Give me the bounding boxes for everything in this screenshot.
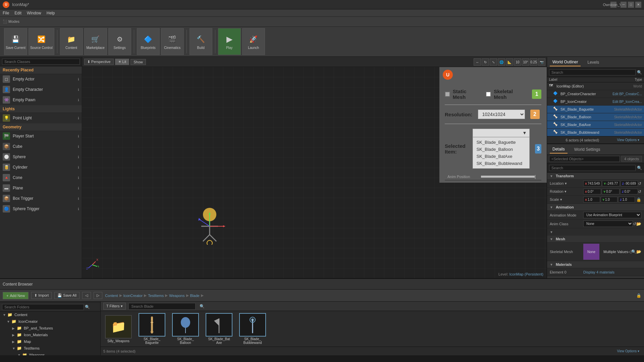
outliner-view-options[interactable]: View Options ▾ (615, 137, 641, 142)
outliner-search-input[interactable] (549, 69, 636, 75)
placed-item-cone[interactable]: 🔺 Cone ℹ (0, 173, 82, 183)
cb-view-options[interactable]: View Options ▾ (615, 349, 641, 354)
location-x[interactable]: X743.549 (583, 181, 601, 186)
folder-iconcreator[interactable]: ▼ 📁 IconCreator (0, 318, 100, 325)
mesh-section-header[interactable]: ▼ Mesh (547, 236, 644, 243)
launch-button[interactable]: 🚀 Launch (242, 28, 265, 55)
folder-map[interactable]: ▶ 📁 Map (0, 338, 100, 345)
anim-class-select[interactable]: None (583, 221, 633, 227)
asset-search-input[interactable] (128, 303, 196, 310)
rotation-reset-icon[interactable]: ↺ (638, 189, 641, 194)
placed-item-empty-character[interactable]: 👤 Empty Character ℹ (0, 84, 82, 95)
rotation-y[interactable]: Y0.0° (602, 189, 620, 194)
outliner-item-skblade-balloon[interactable]: 🦴 SK_Blade_Balloon SkeletalMeshActor (547, 113, 644, 121)
play-button[interactable]: ▶ Play (218, 28, 241, 55)
location-reset-icon[interactable]: ↺ (638, 181, 641, 186)
placed-item-box-trigger[interactable]: 📦 Box Trigger ℹ (0, 193, 82, 204)
asset-sk-blade-bataxe[interactable]: SK_Blade_BatAxe (204, 313, 234, 345)
resolution-select[interactable]: 1024x1024 (478, 110, 525, 119)
placed-item-plane[interactable]: ▬ Plane ℹ (0, 183, 82, 193)
breadcrumb-testitems[interactable]: TestItems (148, 294, 164, 298)
outliner-item-skblade-baguette[interactable]: 🦴 SK_Blade_Baguette SkeletalMeshActor (547, 106, 644, 113)
transform-section-header[interactable]: ▼ Transform (547, 173, 644, 180)
vp-world-icon[interactable]: 🌐 (498, 58, 505, 66)
details-search-input[interactable] (549, 165, 636, 171)
dropdown-item-baguette[interactable]: SK_Blade_Baguette (473, 139, 529, 146)
anim-class-reset[interactable]: ↺ (633, 222, 636, 226)
blueprints-button[interactable]: 🔷 Blueprints (137, 28, 160, 55)
anim-class-browse[interactable]: 📂 (636, 222, 641, 226)
close-button[interactable]: ✕ (635, 2, 641, 8)
breadcrumb-iconcreator[interactable]: IconCreator (123, 294, 143, 298)
asset-sk-blade-balloon[interactable]: SK_Blade_Balloon (170, 313, 201, 345)
viewport[interactable]: ⬇ Perspective ☀ Lit Show ↔ ↻ ⤡ 🌐 📐 10 10… (82, 57, 547, 278)
recently-placed-label[interactable]: Recently Placed (0, 66, 82, 74)
cb-lock-button[interactable]: 🔒 (636, 293, 641, 298)
mesh-back-icon[interactable]: ◁ (628, 249, 631, 254)
perspective-button[interactable]: ⬇ Perspective (84, 59, 114, 65)
menu-help[interactable]: Help (47, 11, 55, 15)
save-current-button[interactable]: 💾 Save Current (4, 28, 27, 55)
scale-lock-icon[interactable]: 🔒 (636, 197, 641, 202)
skeletal-mesh-checkbox[interactable] (486, 92, 491, 97)
vp-scale-icon[interactable]: ⤡ (490, 58, 497, 66)
folder-icon-materials[interactable]: ▶ 📁 Icon_Materials (0, 331, 100, 338)
placed-item-cube[interactable]: 📦 Cube ℹ (0, 141, 82, 152)
show-button[interactable]: Show (130, 59, 146, 65)
vp-camera-icon[interactable]: 📷 (538, 58, 545, 66)
search-folders-input[interactable] (2, 304, 84, 310)
placed-item-empty-actor[interactable]: ◻ Empty Actor ℹ (0, 74, 82, 84)
scale-x[interactable]: X1.0 (583, 197, 600, 202)
menu-window[interactable]: Window (27, 11, 41, 15)
materials-section-header[interactable]: ▼ Materials (547, 261, 644, 268)
category-geometry[interactable]: Geometry (0, 123, 82, 131)
level-link[interactable]: IconMap (Persistent) (509, 272, 543, 276)
placed-item-player-start[interactable]: 🏁 Player Start ℹ (0, 131, 82, 141)
location-y[interactable]: Y-249.77 (602, 181, 620, 186)
anim-section-expand[interactable]: ▼ (547, 228, 644, 236)
anim-position-slider[interactable] (481, 176, 535, 178)
anim-mode-select[interactable]: Use Animation Blueprint (583, 212, 641, 218)
vp-scale-snap-icon[interactable]: 0.25 (530, 58, 537, 66)
bpcreatorchar-link[interactable]: Edit BP_CreatorC... (612, 92, 642, 96)
folder-weapons[interactable]: ▼ 📁 Weapons (0, 352, 100, 355)
location-z[interactable]: Z-90.689 (621, 181, 638, 186)
vp-translate-icon[interactable]: ↔ (474, 58, 481, 66)
menu-file[interactable]: File (3, 11, 9, 15)
mesh-search-icon[interactable]: 🔍 (631, 249, 636, 254)
selected-objects-input[interactable] (549, 156, 620, 162)
asset-folder-silly-weapons[interactable]: 📁 Silly_Weapons (103, 315, 133, 343)
dropdown-item-balloon[interactable]: SK_Blade_Balloon (473, 146, 529, 153)
outliner-item-iconmap[interactable]: 🗺 IconMap (Editor) World (547, 82, 644, 90)
placed-item-sphere[interactable]: ⚪ Sphere ℹ (0, 152, 82, 162)
nav-forward-button[interactable]: ▷ (94, 292, 102, 299)
lit-button[interactable]: ☀ Lit (115, 59, 129, 65)
placed-item-sphere-trigger[interactable]: 🔵 Sphere Trigger ℹ (0, 204, 82, 214)
vp-snap-icon[interactable]: 📐 (506, 58, 513, 66)
outliner-item-bpcreatorchar[interactable]: 🔷 BP_CreatorCharacter Edit BP_CreatorC..… (547, 90, 644, 98)
dropdown-item-bubblewand[interactable]: SK_Blade_Bubblewand (473, 160, 529, 167)
rotation-x[interactable]: X0.0° (583, 189, 601, 194)
folder-content[interactable]: ▼ 📁 Content (0, 311, 100, 318)
rotation-z[interactable]: Z0.0° (620, 189, 638, 194)
cinematics-button[interactable]: 🎬 Cinematics (161, 28, 184, 55)
world-settings-tab[interactable]: World Settings (572, 146, 603, 153)
add-new-button[interactable]: + Add New (3, 292, 29, 299)
content-button[interactable]: 📁 Content (60, 28, 83, 55)
save-all-button[interactable]: 💾 Save All (54, 292, 79, 299)
placed-item-cylinder[interactable]: 🥫 Cylinder ℹ (0, 162, 82, 173)
selected-item-dropdown[interactable]: ▼ SK_Blade_Baguette SK_Blade_Balloon SK_… (473, 129, 530, 169)
breadcrumb-weapons[interactable]: Weapons (169, 294, 184, 298)
vp-rotate-snap-icon[interactable]: 10° (522, 58, 529, 66)
category-lights[interactable]: Lights (0, 105, 82, 113)
import-button[interactable]: ⬆ Import (31, 292, 52, 299)
scale-z[interactable]: Z1.0 (618, 197, 635, 202)
breadcrumb-content[interactable]: Content (105, 294, 118, 298)
scale-y[interactable]: Y1.0 (601, 197, 618, 202)
settings-button[interactable]: ⚙ Settings (108, 28, 131, 55)
filters-button[interactable]: T Filters ▾ (103, 303, 126, 310)
outliner-item-bpiconcreator[interactable]: 🔷 BP_IconCreator Edit BP_IconCrea... (547, 98, 644, 106)
mesh-browse-icon[interactable]: 📂 (636, 249, 641, 254)
folder-bp-textures[interactable]: ▶ 📁 BP_and_Textures (0, 325, 100, 331)
placed-item-point-light[interactable]: 💡 Point Light ℹ (0, 113, 82, 123)
